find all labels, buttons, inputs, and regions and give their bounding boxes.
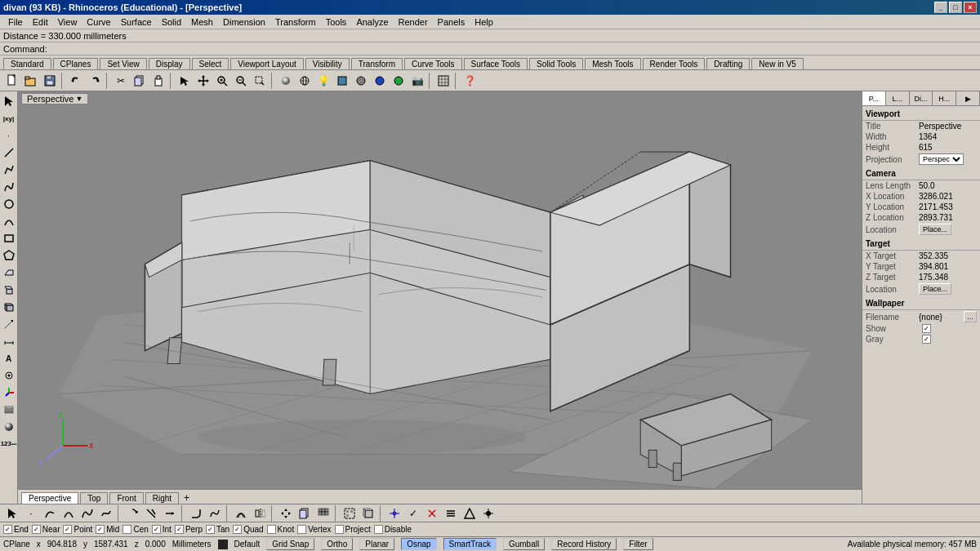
menu-help[interactable]: Help <box>470 16 498 29</box>
bt-select[interactable] <box>3 504 21 522</box>
polygon-btn[interactable] <box>1 247 17 264</box>
snap-end[interactable]: ✓ End <box>3 525 29 534</box>
extrude-btn[interactable] <box>1 282 17 298</box>
bt-trim[interactable] <box>142 504 160 522</box>
snap-vertex[interactable]: Vertex <box>297 525 331 534</box>
tgt-place-button[interactable]: Place... <box>919 283 951 295</box>
transform-btn[interactable] <box>1 316 17 332</box>
open-btn[interactable] <box>22 72 40 90</box>
tab-surface-tools[interactable]: Surface Tools <box>464 58 528 69</box>
camera-btn[interactable]: 📷 <box>408 72 426 90</box>
planar-btn[interactable]: Planar <box>359 538 394 550</box>
bt-pt[interactable]: · <box>22 504 40 522</box>
solid-box-btn[interactable] <box>1 299 17 315</box>
snap-point[interactable]: ✓ Point <box>63 525 92 534</box>
menu-analyze[interactable]: Analyze <box>351 16 393 29</box>
snap-mid-checkbox[interactable]: ✓ <box>96 525 105 534</box>
bt-offset[interactable] <box>232 504 250 522</box>
gray-checkbox[interactable]: ✓ <box>922 335 931 344</box>
gumball-btn[interactable] <box>1 384 17 401</box>
rp-tab-l[interactable]: L... <box>886 91 910 105</box>
add-viewport-btn[interactable]: + <box>180 492 193 504</box>
snap-point-checkbox[interactable]: ✓ <box>63 525 72 534</box>
smarttrack-btn[interactable]: SmartTrack <box>443 538 497 550</box>
snap-knot-checkbox[interactable] <box>267 525 276 534</box>
bt-snap2[interactable] <box>461 504 479 522</box>
paste-btn[interactable] <box>149 72 167 90</box>
gumball-btn2[interactable]: Gumball <box>503 538 545 550</box>
menu-surface[interactable]: Surface <box>116 16 157 29</box>
vp-tab-right[interactable]: Right <box>145 492 179 504</box>
help-btn[interactable]: ❓ <box>461 72 479 90</box>
new-btn[interactable] <box>3 72 21 90</box>
bt-check[interactable]: ✓ <box>404 504 422 522</box>
layers-btn[interactable] <box>1 402 17 418</box>
rect-btn[interactable] <box>1 230 17 247</box>
menu-view[interactable]: View <box>53 16 82 29</box>
close-button[interactable]: × <box>964 2 977 13</box>
circle-btn[interactable] <box>1 196 17 212</box>
menu-curve[interactable]: Curve <box>82 16 115 29</box>
snap-disable-checkbox[interactable] <box>374 525 383 534</box>
rp-tab-p[interactable]: P... <box>862 91 886 105</box>
line-btn[interactable] <box>1 144 17 161</box>
undo-btn[interactable] <box>67 72 85 90</box>
bt-delete[interactable] <box>423 504 441 522</box>
record-history-btn[interactable]: Record History <box>551 538 617 550</box>
snap-knot[interactable]: Knot <box>267 525 295 534</box>
ortho-btn[interactable]: Ortho <box>321 538 353 550</box>
menu-edit[interactable]: Edit <box>28 16 53 29</box>
snap-vertex-checkbox[interactable] <box>297 525 306 534</box>
text-btn[interactable]: A <box>1 350 17 367</box>
select-btn[interactable] <box>176 72 194 90</box>
bt-arc2[interactable] <box>60 504 78 522</box>
light-btn[interactable]: 💡 <box>314 72 332 90</box>
tab-cplanes[interactable]: CPlanes <box>53 58 99 69</box>
snap-near-checkbox[interactable]: ✓ <box>32 525 41 534</box>
polyline-btn[interactable] <box>1 162 17 178</box>
rp-tab-more[interactable]: ▶ <box>956 91 980 105</box>
snap-near[interactable]: ✓ Near <box>32 525 60 534</box>
material-btn[interactable] <box>333 72 351 90</box>
bt-block[interactable] <box>359 504 377 522</box>
bt-curve1[interactable] <box>78 504 96 522</box>
minimize-button[interactable]: _ <box>934 2 947 13</box>
bt-fillet[interactable] <box>187 504 205 522</box>
bt-rotate[interactable] <box>123 504 141 522</box>
snap-int-checkbox[interactable]: ✓ <box>152 525 161 534</box>
tab-select[interactable]: Select <box>192 58 229 69</box>
rp-tab-h[interactable]: H... <box>933 91 956 105</box>
menu-transform[interactable]: Transform <box>270 16 321 29</box>
bt-pt2[interactable] <box>479 504 497 522</box>
arrow-select-btn[interactable] <box>1 93 17 109</box>
bt-move[interactable] <box>277 504 295 522</box>
bt-more[interactable] <box>442 504 460 522</box>
tab-mesh-tools[interactable]: Mesh Tools <box>585 58 640 69</box>
wallpaper-browse-btn[interactable]: ... <box>964 311 977 322</box>
snap-int[interactable]: ✓ Int <box>152 525 172 534</box>
cam-place-button[interactable]: Place... <box>919 224 951 235</box>
dim-btn[interactable] <box>1 333 17 349</box>
snap-project-checkbox[interactable] <box>335 525 344 534</box>
copy-btn[interactable] <box>131 72 149 90</box>
bt-extend[interactable] <box>161 504 179 522</box>
menu-mesh[interactable]: Mesh <box>186 16 218 29</box>
bt-copy2[interactable] <box>296 504 314 522</box>
command-input[interactable] <box>47 43 977 54</box>
tab-display[interactable]: Display <box>149 58 190 69</box>
bt-blend[interactable] <box>206 504 224 522</box>
menu-panels[interactable]: Panels <box>433 16 470 29</box>
green-sphere-btn[interactable] <box>390 72 408 90</box>
menu-render[interactable]: Render <box>394 16 433 29</box>
bt-array[interactable] <box>314 504 332 522</box>
menu-tools[interactable]: Tools <box>321 16 352 29</box>
tab-standard[interactable]: Standard <box>3 58 51 69</box>
render-btn[interactable] <box>1 419 17 435</box>
tab-viewport-layout[interactable]: Viewport Layout <box>230 58 304 69</box>
tab-curve-tools[interactable]: Curve Tools <box>404 58 462 69</box>
show-checkbox[interactable]: ✓ <box>922 324 931 333</box>
bt-arc1[interactable] <box>41 504 59 522</box>
zoom-btn[interactable] <box>213 72 231 90</box>
grid-btn[interactable] <box>434 72 452 90</box>
osnap-btn2[interactable]: Osnap <box>401 538 436 550</box>
